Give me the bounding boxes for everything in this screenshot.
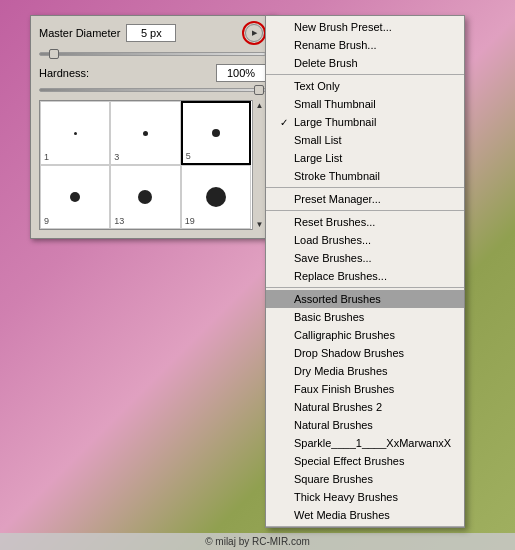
panel-menu-icon: ▶ xyxy=(245,24,263,42)
hardness-input[interactable] xyxy=(216,64,266,82)
menu-item-faux-finish-brushes[interactable]: Faux Finish Brushes xyxy=(266,380,464,398)
menu-item-stroke-thumbnail[interactable]: Stroke Thumbnail xyxy=(266,167,464,185)
menu-item-square-brushes[interactable]: Square Brushes xyxy=(266,470,464,488)
menu-item-preset-manager[interactable]: Preset Manager... xyxy=(266,190,464,208)
brush-dot-0 xyxy=(74,132,77,135)
menu-item-delete-brush[interactable]: Delete Brush xyxy=(266,54,464,72)
menu-section-5: Assorted Brushes Basic Brushes Calligrap… xyxy=(266,288,464,527)
menu-item-load-brushes[interactable]: Load Brushes... xyxy=(266,231,464,249)
menu-item-wet-media-brushes[interactable]: Wet Media Brushes xyxy=(266,506,464,524)
menu-item-text-only[interactable]: Text Only xyxy=(266,77,464,95)
brush-cell-4[interactable]: 13 xyxy=(110,165,180,229)
brush-cell-1[interactable]: 3 xyxy=(110,101,180,165)
brush-panel: Master Diameter ▶ Hardness: 1 xyxy=(30,15,275,239)
menu-item-calligraphic-brushes[interactable]: Calligraphic Brushes xyxy=(266,326,464,344)
hardness-slider-row xyxy=(31,86,274,96)
menu-section-4: Reset Brushes... Load Brushes... Save Br… xyxy=(266,211,464,288)
footer: © milaj by RC-MIR.com xyxy=(0,533,515,550)
menu-item-natural-brushes-2[interactable]: Natural Brushes 2 xyxy=(266,398,464,416)
brush-dot-3 xyxy=(70,192,80,202)
menu-item-replace-brushes[interactable]: Replace Brushes... xyxy=(266,267,464,285)
brush-grid-wrapper: 1 3 5 9 13 19 xyxy=(39,100,266,230)
menu-section-3: Preset Manager... xyxy=(266,188,464,211)
brush-dot-1 xyxy=(143,131,148,136)
dropdown-menu: New Brush Preset... Rename Brush... Dele… xyxy=(265,15,465,528)
menu-item-thick-heavy-brushes[interactable]: Thick Heavy Brushes xyxy=(266,488,464,506)
diameter-slider-row xyxy=(31,50,274,60)
brush-label-3: 9 xyxy=(44,216,49,226)
brush-label-4: 13 xyxy=(114,216,124,226)
menu-item-new-brush[interactable]: New Brush Preset... xyxy=(266,18,464,36)
menu-item-special-effect-brushes[interactable]: Special Effect Brushes xyxy=(266,452,464,470)
menu-item-sparkle-brushes[interactable]: Sparkle____1____XxMarwanxX xyxy=(266,434,464,452)
menu-item-large-thumbnail[interactable]: ✓ Large Thumbnail xyxy=(266,113,464,131)
menu-section-2: Text Only Small Thumbnail ✓ Large Thumbn… xyxy=(266,75,464,188)
menu-item-small-list[interactable]: Small List xyxy=(266,131,464,149)
scroll-down-arrow[interactable]: ▼ xyxy=(256,220,264,229)
brush-label-2: 5 xyxy=(186,151,191,161)
diameter-slider-thumb[interactable] xyxy=(49,49,59,59)
menu-item-save-brushes[interactable]: Save Brushes... xyxy=(266,249,464,267)
hardness-row: Hardness: xyxy=(31,60,274,86)
panel-menu-button[interactable]: ▶ xyxy=(242,21,266,45)
brush-cell-0[interactable]: 1 xyxy=(40,101,110,165)
brush-cell-3[interactable]: 9 xyxy=(40,165,110,229)
brush-label-0: 1 xyxy=(44,152,49,162)
brush-cell-2[interactable]: 5 xyxy=(181,101,251,165)
menu-item-natural-brushes[interactable]: Natural Brushes xyxy=(266,416,464,434)
panel-menu-button-wrapper: ▶ xyxy=(242,21,266,45)
menu-item-dry-media-brushes[interactable]: Dry Media Brushes xyxy=(266,362,464,380)
brush-cell-5[interactable]: 19 xyxy=(181,165,251,229)
menu-item-basic-brushes[interactable]: Basic Brushes xyxy=(266,308,464,326)
hardness-slider-thumb[interactable] xyxy=(254,85,264,95)
master-diameter-row: Master Diameter ▶ xyxy=(31,16,274,50)
scroll-up-arrow[interactable]: ▲ xyxy=(256,101,264,110)
brush-grid: 1 3 5 9 13 19 xyxy=(39,100,266,230)
menu-item-large-list[interactable]: Large List xyxy=(266,149,464,167)
diameter-slider-track[interactable] xyxy=(39,52,266,56)
footer-text: © milaj by RC-MIR.com xyxy=(205,536,310,547)
menu-section-1: New Brush Preset... Rename Brush... Dele… xyxy=(266,16,464,75)
brush-dot-2 xyxy=(212,129,220,137)
menu-item-reset-brushes[interactable]: Reset Brushes... xyxy=(266,213,464,231)
menu-item-drop-shadow-brushes[interactable]: Drop Shadow Brushes xyxy=(266,344,464,362)
grid-scrollbar: ▲ ▼ xyxy=(252,100,266,230)
hardness-slider-track[interactable] xyxy=(39,88,266,92)
menu-item-small-thumbnail[interactable]: Small Thumbnail xyxy=(266,95,464,113)
brush-dot-5 xyxy=(206,187,226,207)
menu-item-rename-brush[interactable]: Rename Brush... xyxy=(266,36,464,54)
master-diameter-input[interactable] xyxy=(126,24,176,42)
brush-dot-4 xyxy=(138,190,152,204)
menu-item-assorted-brushes[interactable]: Assorted Brushes xyxy=(266,290,464,308)
brush-label-1: 3 xyxy=(114,152,119,162)
brush-label-5: 19 xyxy=(185,216,195,226)
hardness-label: Hardness: xyxy=(39,67,89,79)
master-diameter-label: Master Diameter xyxy=(39,27,120,39)
